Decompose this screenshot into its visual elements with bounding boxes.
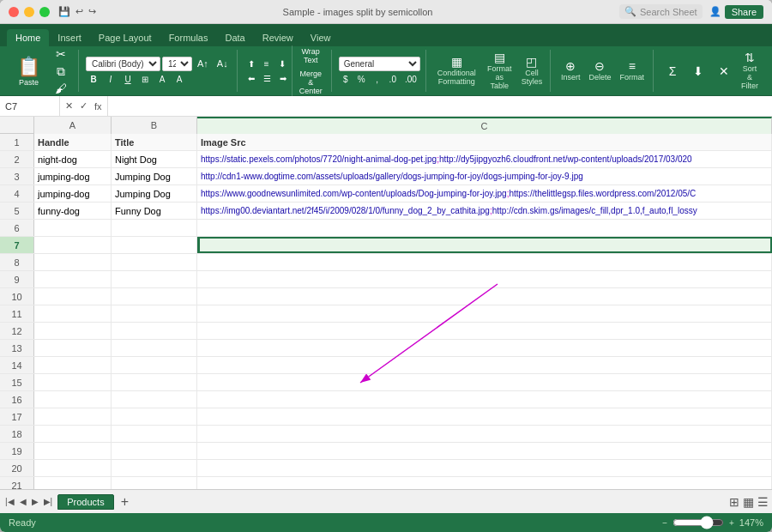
wrap-text-button[interactable]: Wrap Text bbox=[296, 45, 326, 66]
cell[interactable] bbox=[34, 357, 112, 373]
tab-review[interactable]: Review bbox=[254, 29, 302, 46]
align-center-button[interactable]: ☰ bbox=[260, 72, 274, 85]
cut-button[interactable]: ✂ bbox=[49, 46, 73, 62]
tab-page-layout[interactable]: Page Layout bbox=[90, 29, 160, 46]
next-sheet-button[interactable]: ▶ bbox=[30, 497, 40, 506]
cell-5b[interactable]: Funny Dog bbox=[112, 203, 197, 219]
tab-home[interactable]: Home bbox=[7, 29, 49, 46]
italic-button[interactable]: I bbox=[103, 73, 118, 86]
cell[interactable] bbox=[197, 288, 772, 305]
zoom-out-button[interactable]: − bbox=[662, 518, 667, 528]
tab-insert[interactable]: Insert bbox=[49, 29, 90, 46]
cell[interactable] bbox=[34, 460, 112, 476]
currency-button[interactable]: $ bbox=[339, 73, 353, 86]
tab-view[interactable]: View bbox=[302, 29, 340, 46]
cell[interactable] bbox=[112, 374, 197, 390]
cell[interactable] bbox=[197, 254, 772, 270]
border-button[interactable]: ⊞ bbox=[137, 73, 153, 86]
close-button[interactable] bbox=[9, 7, 19, 17]
tab-formulas[interactable]: Formulas bbox=[160, 29, 217, 46]
format-as-table-button[interactable]: ▤Format as Table bbox=[482, 50, 517, 92]
cell[interactable] bbox=[112, 288, 197, 305]
first-sheet-button[interactable]: |◀ bbox=[3, 497, 16, 506]
insert-function-button[interactable]: fx bbox=[93, 101, 104, 112]
cell-7a[interactable] bbox=[34, 237, 112, 253]
cell[interactable] bbox=[34, 408, 112, 425]
zoom-slider[interactable] bbox=[672, 516, 724, 529]
cell[interactable] bbox=[197, 374, 772, 390]
cell-4a[interactable]: jumping-dog bbox=[34, 185, 112, 202]
cell[interactable] bbox=[112, 323, 197, 339]
sort-filter-button[interactable]: ⇅Sort & Filter bbox=[738, 50, 762, 92]
cell[interactable] bbox=[112, 426, 197, 442]
cell[interactable] bbox=[197, 357, 772, 373]
cell-2c[interactable]: https://static.pexels.com/photos/7720/ni… bbox=[197, 151, 772, 167]
percent-button[interactable]: % bbox=[354, 73, 369, 86]
number-format-select[interactable]: General bbox=[339, 57, 420, 71]
cell[interactable] bbox=[34, 374, 112, 390]
cell[interactable] bbox=[34, 426, 112, 442]
cell[interactable] bbox=[197, 460, 772, 476]
clear-button[interactable]: ✕ bbox=[712, 63, 736, 79]
cell[interactable] bbox=[112, 391, 197, 408]
fill-color-button[interactable]: A bbox=[154, 73, 170, 86]
cell-styles-button[interactable]: ◰Cell Styles bbox=[519, 54, 545, 88]
align-bottom-button[interactable]: ⬇ bbox=[275, 57, 289, 70]
cell[interactable] bbox=[112, 443, 197, 459]
comma-button[interactable]: , bbox=[371, 73, 384, 86]
cell[interactable] bbox=[112, 477, 197, 489]
autosum-button[interactable]: Σ bbox=[660, 63, 685, 79]
add-sheet-button[interactable]: + bbox=[118, 494, 132, 510]
cell[interactable] bbox=[197, 340, 772, 356]
cell[interactable] bbox=[197, 323, 772, 339]
normal-view-button[interactable]: ⊞ bbox=[729, 495, 739, 509]
cell[interactable] bbox=[197, 305, 772, 322]
cell[interactable] bbox=[34, 323, 112, 339]
confirm-formula-button[interactable]: ✓ bbox=[78, 100, 89, 112]
bold-button[interactable]: B bbox=[86, 73, 101, 86]
cell-2b[interactable]: Night Dog bbox=[112, 151, 197, 167]
cell[interactable] bbox=[197, 271, 772, 287]
page-break-view-button[interactable]: ☰ bbox=[757, 495, 769, 509]
cell[interactable] bbox=[197, 408, 772, 425]
cell[interactable] bbox=[112, 254, 197, 270]
cell[interactable] bbox=[112, 460, 197, 476]
cell[interactable] bbox=[112, 357, 197, 373]
cell[interactable] bbox=[34, 340, 112, 356]
cell[interactable] bbox=[34, 271, 112, 287]
cell[interactable] bbox=[197, 391, 772, 408]
zoom-in-button[interactable]: + bbox=[729, 518, 734, 528]
conditional-formatting-button[interactable]: ▦Conditional Formatting bbox=[433, 54, 480, 88]
search-bar[interactable]: 🔍 Search Sheet bbox=[619, 4, 703, 19]
prev-sheet-button[interactable]: ◀ bbox=[18, 497, 28, 506]
cell-5a[interactable]: funny-dog bbox=[34, 203, 112, 219]
cell-3b[interactable]: Jumping Dog bbox=[112, 168, 197, 184]
font-size-select[interactable]: 12 bbox=[162, 57, 192, 71]
cell[interactable] bbox=[197, 443, 772, 459]
decrease-font-button[interactable]: A↓ bbox=[214, 57, 232, 70]
cell-5c[interactable]: https://img00.deviantart.net/2f45/i/2009… bbox=[197, 203, 772, 219]
cell-6c[interactable] bbox=[197, 220, 772, 236]
merge-center-button[interactable]: Merge & Center bbox=[296, 68, 326, 97]
cell-6a[interactable] bbox=[34, 220, 112, 236]
insert-button[interactable]: ⊕Insert bbox=[558, 58, 584, 83]
align-middle-button[interactable]: ≡ bbox=[260, 57, 274, 70]
cell[interactable] bbox=[34, 391, 112, 408]
cell[interactable] bbox=[34, 288, 112, 305]
page-layout-view-button[interactable]: ▦ bbox=[743, 495, 754, 509]
cancel-formula-button[interactable]: ✕ bbox=[63, 100, 75, 112]
increase-decimal-button[interactable]: .00 bbox=[401, 73, 420, 86]
cell-1c[interactable]: Image Src bbox=[197, 134, 772, 150]
underline-button[interactable]: U bbox=[120, 73, 136, 86]
cell[interactable] bbox=[197, 477, 772, 489]
cell-4c[interactable]: https://www.goodnewsunlimited.com/wp-con… bbox=[197, 185, 772, 202]
cell-1a[interactable]: Handle bbox=[34, 134, 112, 150]
copy-button[interactable]: ⧉ bbox=[49, 63, 73, 79]
align-left-button[interactable]: ⬅ bbox=[244, 72, 258, 85]
cell[interactable] bbox=[112, 305, 197, 322]
increase-font-button[interactable]: A↑ bbox=[194, 57, 212, 70]
cell-4b[interactable]: Jumping Dog bbox=[112, 185, 197, 202]
cell-7c[interactable] bbox=[197, 237, 772, 253]
cell[interactable] bbox=[112, 271, 197, 287]
share-button[interactable]: Share bbox=[725, 5, 763, 19]
